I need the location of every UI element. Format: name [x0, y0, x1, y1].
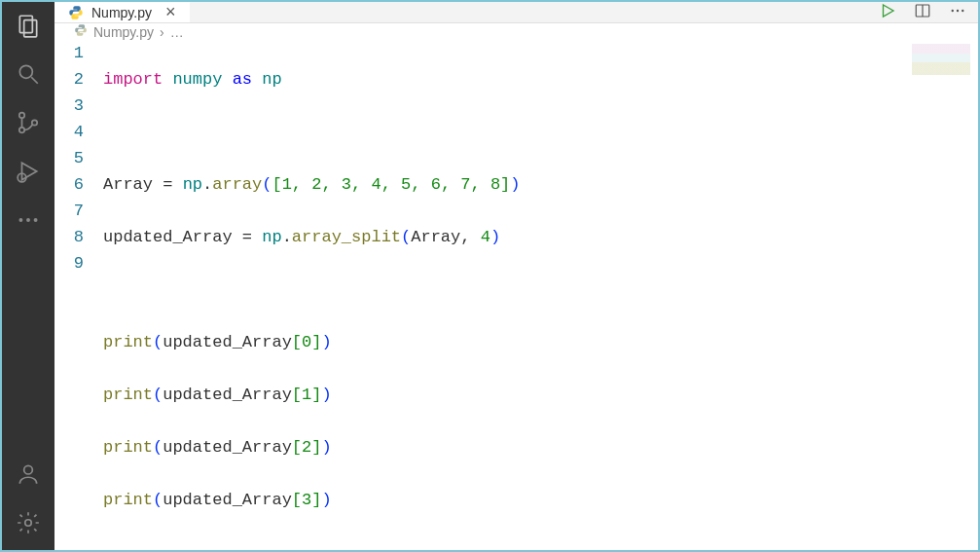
svg-point-13 [25, 520, 32, 527]
more-actions-icon[interactable] [949, 2, 966, 23]
line-numbers: 1 2 3 4 5 6 7 8 9 [54, 40, 103, 552]
svg-point-5 [19, 128, 24, 132]
svg-rect-0 [19, 16, 32, 32]
svg-line-3 [31, 77, 38, 84]
svg-point-12 [24, 465, 33, 474]
svg-point-11 [34, 218, 38, 222]
run-button[interactable] [879, 2, 896, 23]
code-editor[interactable]: 1 2 3 4 5 6 7 8 9 import numpy as np Arr… [54, 40, 978, 552]
breadcrumb-filename: Numpy.py [93, 24, 154, 40]
explorer-icon[interactable] [15, 12, 42, 39]
run-debug-icon[interactable] [15, 158, 42, 185]
svg-point-17 [952, 9, 954, 11]
editor-tabs: Numpy.py × [54, 2, 978, 23]
svg-marker-14 [884, 5, 894, 17]
breadcrumb-more: … [170, 24, 184, 40]
code-content: import numpy as np Array = np.array([1, … [103, 40, 978, 552]
svg-point-18 [957, 9, 959, 11]
svg-point-2 [19, 65, 32, 78]
breadcrumb[interactable]: Numpy.py › … [54, 23, 978, 40]
svg-point-10 [26, 218, 30, 222]
svg-rect-1 [24, 20, 37, 37]
breadcrumb-sep: › [160, 24, 164, 40]
svg-point-4 [19, 113, 24, 118]
tab-numpy[interactable]: Numpy.py × [54, 2, 190, 22]
search-icon[interactable] [15, 60, 42, 88]
source-control-icon[interactable] [15, 109, 42, 136]
svg-point-19 [962, 9, 963, 11]
account-icon[interactable] [15, 460, 42, 488]
close-icon[interactable]: × [165, 2, 176, 22]
svg-point-6 [32, 120, 37, 125]
minimap[interactable] [912, 44, 970, 75]
more-icon[interactable] [15, 206, 42, 234]
python-icon [68, 5, 84, 20]
split-editor-icon[interactable] [914, 2, 931, 23]
svg-marker-7 [22, 163, 37, 179]
tab-filename: Numpy.py [91, 5, 152, 20]
settings-icon[interactable] [15, 509, 42, 536]
python-icon [74, 23, 88, 40]
svg-point-9 [18, 218, 22, 222]
activity-bar [2, 2, 54, 550]
